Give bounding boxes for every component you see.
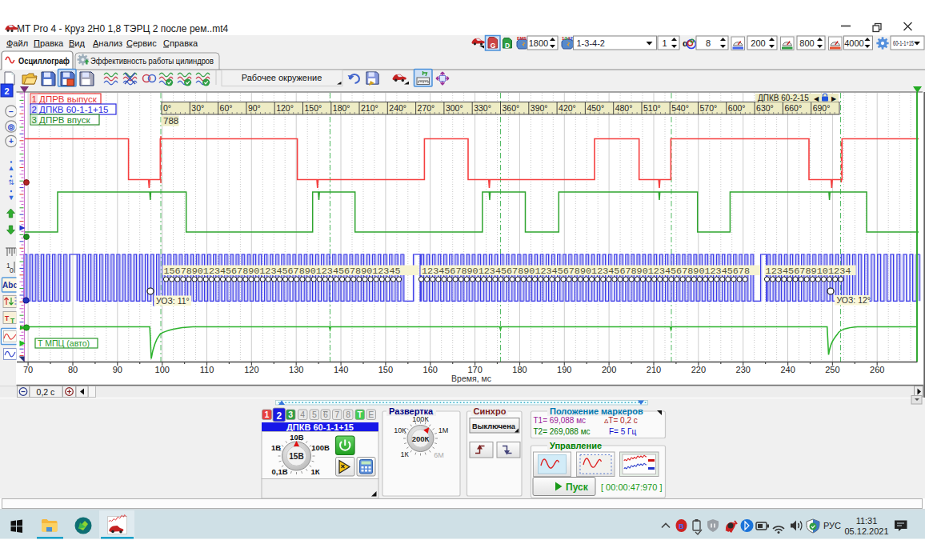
svg-text:540°: 540° — [671, 103, 689, 113]
svg-text:ДПКВ 60-2-15: ДПКВ 60-2-15 — [758, 94, 809, 102]
svg-text:1В: 1В — [271, 443, 281, 452]
svg-text:4000: 4000 — [844, 38, 863, 48]
svg-text:390°: 390° — [531, 103, 548, 113]
svg-text:F= 5 Гц: F= 5 Гц — [609, 427, 636, 436]
svg-text:6М: 6М — [434, 451, 444, 459]
svg-text:1К: 1К — [400, 450, 409, 458]
svg-text:70: 70 — [23, 365, 33, 374]
svg-text:1800: 1800 — [529, 38, 548, 48]
svg-text:510°: 510° — [643, 103, 661, 113]
svg-text:240°: 240° — [389, 103, 406, 113]
svg-text:▲: ▲ — [8, 164, 15, 172]
svg-text:180°: 180° — [333, 103, 350, 113]
svg-text:200: 200 — [751, 38, 765, 48]
svg-text:D: D — [505, 42, 510, 50]
svg-text:200: 200 — [602, 365, 616, 374]
svg-text:156789012345678901234567890123: 1567890123456789012345678901234567890123… — [164, 266, 401, 276]
svg-text:260: 260 — [870, 365, 884, 374]
svg-text:Пуск: Пуск — [566, 482, 589, 493]
svg-text:Эффективность работы цилиндров: Эффективность работы цилиндров — [90, 56, 214, 66]
svg-text:480°: 480° — [615, 103, 633, 113]
svg-text:РУС: РУС — [823, 521, 841, 530]
svg-text:220: 220 — [691, 365, 706, 374]
svg-text:T2= 269,088 мс: T2= 269,088 мс — [534, 427, 591, 436]
svg-text:⇅: ⇅ — [8, 178, 14, 186]
svg-text:120: 120 — [244, 365, 258, 374]
svg-text:100В: 100В — [311, 443, 330, 452]
svg-text:250: 250 — [825, 365, 839, 374]
svg-text:◀: ◀ — [814, 95, 819, 102]
svg-text:T: T — [358, 410, 363, 419]
svg-text:630°: 630° — [756, 103, 774, 113]
svg-text:30°: 30° — [191, 103, 204, 113]
svg-text:0°: 0° — [163, 103, 171, 113]
svg-text:15В: 15В — [289, 452, 303, 461]
svg-text:0: 0 — [10, 266, 14, 274]
svg-text:420°: 420° — [559, 103, 576, 113]
svg-text:150: 150 — [378, 365, 393, 374]
svg-text:6: 6 — [323, 410, 328, 419]
svg-text:8: 8 — [346, 410, 350, 419]
svg-text:Анализ: Анализ — [93, 38, 122, 48]
svg-text:330°: 330° — [474, 103, 491, 113]
svg-text:B: B — [679, 522, 684, 530]
svg-text:1М: 1М — [438, 426, 449, 434]
svg-text:600°: 600° — [728, 103, 746, 113]
svg-text:4: 4 — [300, 410, 305, 419]
svg-text:123456789101234: 123456789101234 — [766, 266, 851, 276]
svg-text:Выключена: Выключена — [472, 422, 516, 430]
svg-text:1 ДПРВ выпуск: 1 ДПРВ выпуск — [32, 94, 98, 104]
svg-text:Вид: Вид — [69, 38, 85, 48]
svg-text:80: 80 — [68, 365, 78, 374]
svg-text:Рабочее окружение: Рабочее окружение — [242, 73, 322, 82]
svg-text:130: 130 — [289, 365, 303, 374]
svg-text:EMS: EMS — [517, 36, 527, 41]
svg-text:230: 230 — [736, 365, 751, 374]
svg-text:2 ДПКВ 60-1-1+15: 2 ДПКВ 60-1-1+15 — [32, 105, 109, 114]
svg-text:E: E — [368, 410, 374, 419]
svg-text:90°: 90° — [248, 103, 261, 113]
svg-text:10К: 10К — [394, 426, 406, 434]
svg-text:240: 240 — [780, 365, 795, 374]
svg-text:ДПКВ 60-1-1+15: ДПКВ 60-1-1+15 — [286, 422, 354, 432]
svg-text:1: 1 — [662, 38, 667, 48]
svg-text:T: T — [5, 314, 10, 322]
svg-text:60-1-1+15: 60-1-1+15 — [893, 38, 914, 47]
svg-text:90: 90 — [113, 365, 122, 374]
svg-text:360°: 360° — [503, 103, 520, 113]
svg-text:2: 2 — [276, 410, 282, 422]
svg-text:Справка: Справка — [163, 38, 198, 48]
svg-text:100К: 100К — [412, 415, 429, 423]
svg-text:3 ДПРВ впуск: 3 ДПРВ впуск — [32, 115, 91, 125]
svg-text:100: 100 — [155, 365, 170, 374]
svg-text:Т МПЦ (авто): Т МПЦ (авто) — [38, 338, 90, 348]
svg-text:450°: 450° — [587, 103, 604, 113]
svg-text:УОЗ: 11°: УОЗ: 11° — [156, 296, 190, 306]
svg-text:123456789012345678901234567890: 1234567890123456789012345678901234567890… — [422, 266, 750, 276]
svg-text:Правка: Правка — [34, 38, 64, 48]
svg-text:1-3-4-2: 1-3-4-2 — [577, 38, 605, 48]
svg-text:T: T — [10, 317, 15, 325]
svg-text:3: 3 — [288, 410, 293, 419]
svg-text:1К: 1К — [310, 467, 319, 476]
svg-text:05.12.2021: 05.12.2021 — [844, 526, 888, 536]
svg-text:▶: ▶ — [831, 95, 837, 102]
svg-text:УОЗ: 12°: УОЗ: 12° — [837, 295, 871, 305]
svg-text:0,2 с: 0,2 с — [37, 387, 55, 397]
svg-text:Сервис: Сервис — [126, 38, 157, 48]
svg-text:788: 788 — [163, 116, 178, 126]
svg-text:660°: 660° — [784, 103, 802, 113]
svg-text:190: 190 — [557, 365, 571, 374]
svg-text:1: 1 — [265, 410, 270, 419]
svg-text:210°: 210° — [361, 103, 378, 113]
svg-text:300°: 300° — [446, 103, 463, 113]
svg-text:◎: ◎ — [8, 122, 15, 131]
svg-text:800: 800 — [799, 38, 814, 48]
svg-text:140: 140 — [334, 365, 348, 374]
svg-text:170: 170 — [467, 365, 482, 374]
svg-text:7: 7 — [334, 410, 339, 419]
svg-text:+: + — [9, 137, 14, 146]
svg-text:570°: 570° — [700, 103, 718, 113]
svg-text:Положение маркеров: Положение маркеров — [550, 406, 643, 416]
svg-text:▼: ▼ — [8, 194, 15, 202]
